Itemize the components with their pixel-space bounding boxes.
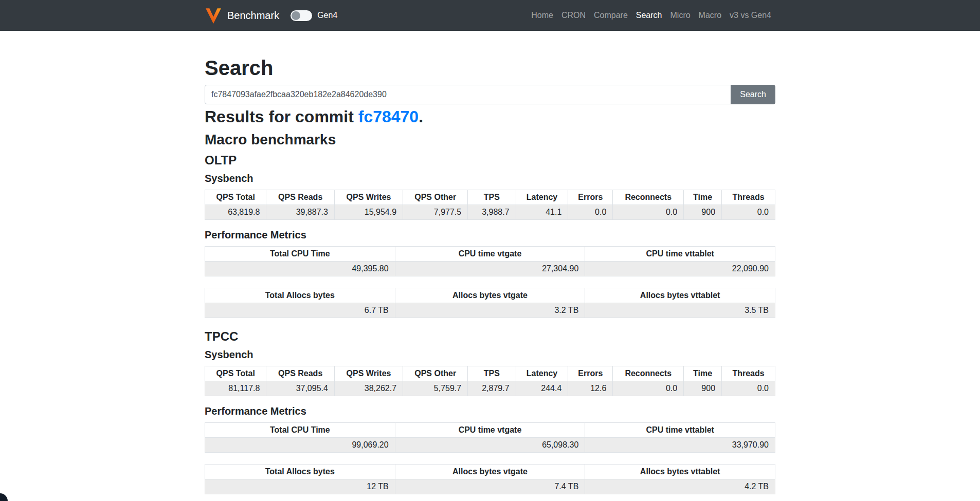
- table-cell: 49,395.80: [205, 262, 395, 276]
- column-header: Errors: [568, 366, 613, 381]
- table-cell: 7.4 TB: [395, 479, 585, 494]
- results-prefix: Results for commit: [205, 107, 358, 126]
- column-header: TPS: [468, 190, 516, 205]
- nav-item-home[interactable]: Home: [527, 11, 557, 20]
- oltp-sysbench-table: QPS TotalQPS ReadsQPS WritesQPS OtherTPS…: [205, 190, 775, 220]
- table-cell: 3.2 TB: [395, 303, 585, 318]
- table-cell: 0.0: [613, 205, 684, 220]
- oltp-allocs-table: Total Allocs bytesAllocs bytes vtgateAll…: [205, 288, 775, 318]
- column-header: TPS: [468, 366, 516, 381]
- table-cell: 3.5 TB: [585, 303, 775, 318]
- table-cell: 81,117.8: [205, 381, 266, 396]
- toggle-knob: [292, 11, 300, 20]
- table-cell: 0.0: [722, 381, 775, 396]
- table-header-row: QPS TotalQPS ReadsQPS WritesQPS OtherTPS…: [205, 190, 775, 205]
- table-cell: 38,262.7: [334, 381, 403, 396]
- nav-links: Home CRON Compare Search Micro Macro v3 …: [527, 11, 775, 20]
- main-content: Search Search Results for commit fc78470…: [197, 31, 783, 494]
- column-header: Reconnects: [613, 190, 684, 205]
- navbar: Benchmark Gen4 Home CRON Compare Search …: [0, 0, 980, 31]
- table-row: 49,395.8027,304.9022,090.90: [205, 262, 775, 276]
- table-cell: 33,970.90: [585, 438, 775, 453]
- nav-item-macro[interactable]: Macro: [695, 11, 725, 20]
- column-header: QPS Reads: [266, 190, 335, 205]
- column-header: Time: [684, 366, 722, 381]
- table-cell: 27,304.90: [395, 262, 585, 276]
- table-cell: 12.6: [568, 381, 613, 396]
- column-header: CPU time vttablet: [585, 247, 775, 262]
- gen4-toggle[interactable]: [291, 10, 312, 21]
- column-header: CPU time vtgate: [395, 423, 585, 438]
- nav-item-search[interactable]: Search: [632, 11, 666, 20]
- column-header: Reconnects: [613, 366, 684, 381]
- commit-link[interactable]: fc78470: [358, 107, 419, 126]
- table-cell: 15,954.9: [334, 205, 403, 220]
- column-header: Time: [684, 190, 722, 205]
- table-header-row: Total CPU TimeCPU time vtgateCPU time vt…: [205, 247, 775, 262]
- table-cell: 4.2 TB: [585, 479, 775, 494]
- nav-item-cron[interactable]: CRON: [557, 11, 590, 20]
- column-header: CPU time vtgate: [395, 247, 585, 262]
- performance-metrics-label: Performance Metrics: [205, 229, 775, 241]
- table-cell: 63,819.8: [205, 205, 266, 220]
- sysbench-label: Sysbench: [205, 173, 775, 184]
- vitess-logo-icon: [205, 7, 227, 24]
- commit-search-input[interactable]: [205, 85, 731, 104]
- column-header: QPS Other: [403, 190, 468, 205]
- benchmark-section-tpcc: TPCC Sysbench QPS TotalQPS ReadsQPS Writ…: [205, 329, 775, 494]
- column-header: QPS Writes: [334, 366, 403, 381]
- page-title: Search: [205, 57, 775, 80]
- table-cell: 244.4: [516, 381, 568, 396]
- column-header: QPS Other: [403, 366, 468, 381]
- column-header: Total Allocs bytes: [205, 288, 395, 303]
- oltp-cpu-time-table: Total CPU TimeCPU time vtgateCPU time vt…: [205, 246, 775, 276]
- column-header: QPS Total: [205, 366, 266, 381]
- table-row: 6.7 TB3.2 TB3.5 TB: [205, 303, 775, 318]
- table-cell: 37,095.4: [266, 381, 335, 396]
- table-cell: 3,988.7: [468, 205, 516, 220]
- navbar-container: Benchmark Gen4 Home CRON Compare Search …: [197, 7, 783, 24]
- column-header: QPS Total: [205, 190, 266, 205]
- table-row: 99,069.2065,098.3033,970.90: [205, 438, 775, 453]
- table-cell: 900: [684, 381, 722, 396]
- column-header: Total CPU Time: [205, 247, 395, 262]
- table-row: 12 TB7.4 TB4.2 TB: [205, 479, 775, 494]
- table-cell: 22,090.90: [585, 262, 775, 276]
- tpcc-cpu-time-table: Total CPU TimeCPU time vtgateCPU time vt…: [205, 422, 775, 453]
- nav-item-v3-vs-gen4[interactable]: v3 vs Gen4: [725, 11, 775, 20]
- results-suffix: .: [419, 107, 423, 126]
- table-row: 81,117.837,095.438,262.75,759.72,879.724…: [205, 381, 775, 396]
- benchmark-section-oltp: OLTP Sysbench QPS TotalQPS ReadsQPS Writ…: [205, 153, 775, 318]
- table-header-row: Total Allocs bytesAllocs bytes vtgateAll…: [205, 288, 775, 303]
- results-heading: Results for commit fc78470.: [205, 107, 775, 126]
- nav-item-micro[interactable]: Micro: [666, 11, 695, 20]
- table-cell: 900: [684, 205, 722, 220]
- table-cell: 2,879.7: [468, 381, 516, 396]
- table-cell: 7,977.5: [403, 205, 468, 220]
- table-cell: 0.0: [568, 205, 613, 220]
- tpcc-sysbench-table: QPS TotalQPS ReadsQPS WritesQPS OtherTPS…: [205, 366, 775, 396]
- column-header: QPS Reads: [266, 366, 335, 381]
- column-header: Total CPU Time: [205, 423, 395, 438]
- table-cell: 0.0: [613, 381, 684, 396]
- column-header: Errors: [568, 190, 613, 205]
- column-header: Threads: [722, 366, 775, 381]
- table-cell: 12 TB: [205, 479, 395, 494]
- nav-item-compare[interactable]: Compare: [590, 11, 632, 20]
- table-cell: 0.0: [722, 205, 775, 220]
- table-row: 63,819.839,887.315,954.97,977.53,988.741…: [205, 205, 775, 220]
- column-header: Allocs bytes vtgate: [395, 288, 585, 303]
- table-header-row: Total CPU TimeCPU time vtgateCPU time vt…: [205, 423, 775, 438]
- search-input-group: Search: [205, 85, 775, 104]
- section-title: OLTP: [205, 153, 775, 168]
- search-button[interactable]: Search: [731, 85, 775, 104]
- column-header: Allocs bytes vttablet: [585, 465, 775, 479]
- column-header: Latency: [516, 366, 568, 381]
- column-header: Allocs bytes vttablet: [585, 288, 775, 303]
- column-header: QPS Writes: [334, 190, 403, 205]
- table-cell: 99,069.20: [205, 438, 395, 453]
- brand-title[interactable]: Benchmark: [227, 10, 279, 22]
- table-cell: 6.7 TB: [205, 303, 395, 318]
- table-cell: 39,887.3: [266, 205, 335, 220]
- column-header: Allocs bytes vtgate: [395, 465, 585, 479]
